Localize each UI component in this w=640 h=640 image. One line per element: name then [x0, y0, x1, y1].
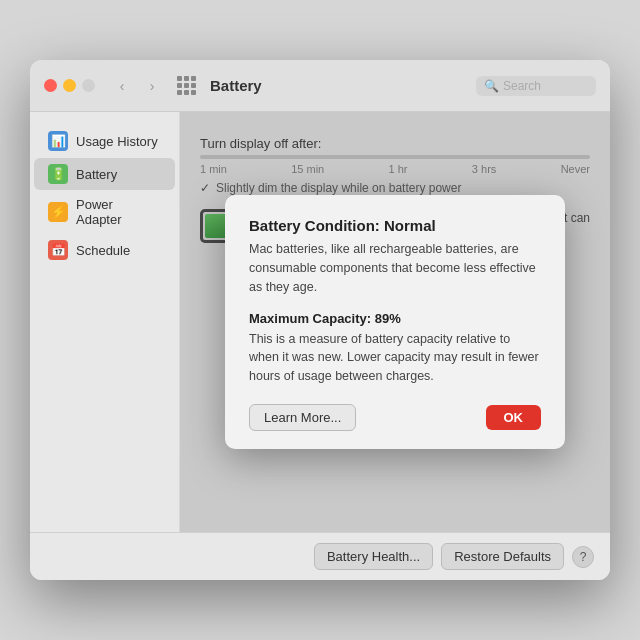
sidebar-item-power-adapter[interactable]: ⚡ Power Adapter [34, 191, 175, 233]
modal-overlay: Battery Condition: Normal Mac batteries,… [180, 112, 610, 532]
sidebar-item-usage-history[interactable]: 📊 Usage History [34, 125, 175, 157]
minimize-button[interactable] [63, 79, 76, 92]
forward-button[interactable]: › [141, 75, 163, 97]
battery-icon: 🔋 [48, 164, 68, 184]
power-adapter-icon: ⚡ [48, 202, 68, 222]
learn-more-button[interactable]: Learn More... [249, 404, 356, 431]
sidebar-item-battery[interactable]: 🔋 Battery [34, 158, 175, 190]
content-area: 📊 Usage History 🔋 Battery ⚡ Power Adapte… [30, 112, 610, 532]
battery-health-button[interactable]: Battery Health... [314, 543, 433, 570]
search-placeholder: Search [503, 79, 541, 93]
grid-icon[interactable] [177, 76, 196, 95]
modal-dialog: Battery Condition: Normal Mac batteries,… [225, 195, 565, 449]
sidebar-item-power-adapter-label: Power Adapter [76, 197, 161, 227]
titlebar: ‹ › Battery 🔍 Search [30, 60, 610, 112]
close-button[interactable] [44, 79, 57, 92]
sidebar-item-battery-label: Battery [76, 167, 117, 182]
modal-subtitle: Maximum Capacity: 89% [249, 311, 541, 326]
modal-subdescription: This is a measure of battery capacity re… [249, 330, 541, 386]
search-icon: 🔍 [484, 79, 499, 93]
modal-description: Mac batteries, like all rechargeable bat… [249, 240, 541, 296]
window-title: Battery [210, 77, 468, 94]
back-button[interactable]: ‹ [111, 75, 133, 97]
restore-defaults-button[interactable]: Restore Defaults [441, 543, 564, 570]
modal-title: Battery Condition: Normal [249, 217, 541, 234]
main-window: ‹ › Battery 🔍 Search 📊 Usage History 🔋 B… [30, 60, 610, 580]
ok-button[interactable]: OK [486, 405, 542, 430]
modal-actions: Learn More... OK [249, 404, 541, 431]
usage-history-icon: 📊 [48, 131, 68, 151]
traffic-lights [44, 79, 95, 92]
sidebar-item-schedule-label: Schedule [76, 243, 130, 258]
help-button[interactable]: ? [572, 546, 594, 568]
main-panel: Turn display off after: 1 min 15 min 1 h… [180, 112, 610, 532]
maximize-button [82, 79, 95, 92]
search-box[interactable]: 🔍 Search [476, 76, 596, 96]
schedule-icon: 📅 [48, 240, 68, 260]
bottom-bar: Battery Health... Restore Defaults ? [30, 532, 610, 580]
sidebar-item-usage-history-label: Usage History [76, 134, 158, 149]
sidebar: 📊 Usage History 🔋 Battery ⚡ Power Adapte… [30, 112, 180, 532]
sidebar-item-schedule[interactable]: 📅 Schedule [34, 234, 175, 266]
